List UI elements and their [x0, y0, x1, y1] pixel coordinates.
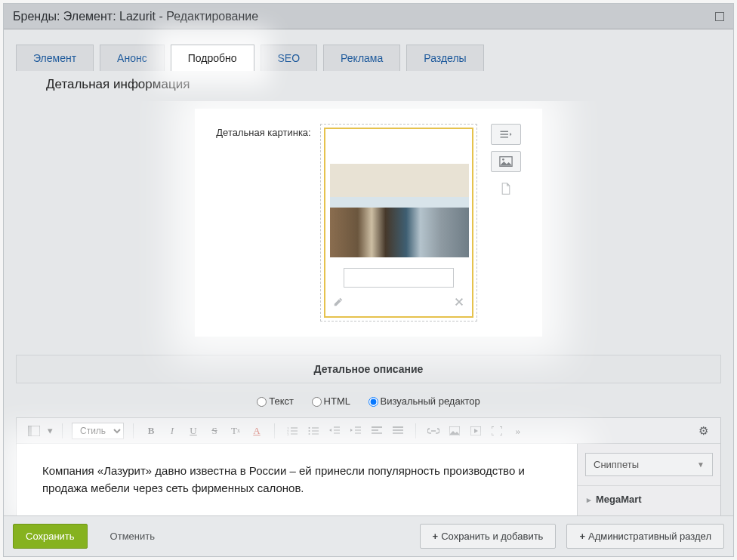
fullscreen-button[interactable]	[489, 423, 505, 439]
settings-icon[interactable]: ⚙	[695, 423, 711, 439]
close-icon[interactable]	[454, 297, 464, 310]
description-header: Детальное описание	[16, 355, 721, 383]
more-button[interactable]: »	[510, 423, 526, 439]
section-title: Детальная информация	[4, 71, 733, 101]
style-select[interactable]: Стиль	[72, 423, 124, 439]
svg-point-7	[309, 427, 310, 429]
cancel-button[interactable]: Отменить	[98, 525, 167, 548]
snippets-button[interactable]: Сниппеты ▼	[585, 453, 713, 476]
snippet-item-megamart[interactable]: MegaMart	[578, 485, 720, 512]
italic-button[interactable]: I	[164, 423, 180, 439]
image-upload-zone[interactable]	[320, 124, 477, 322]
svg-text:3: 3	[287, 432, 289, 435]
chevron-down-icon: ▼	[697, 460, 705, 469]
tab-bar: Элемент Анонс Подробно SEO Реклама Разде…	[4, 29, 733, 71]
video-button[interactable]	[467, 423, 484, 439]
svg-point-8	[309, 430, 310, 432]
editor-window: Бренды: Элемент: Lazurit - Редактировани…	[3, 3, 734, 557]
footer-bar: Сохранить Отменить +Сохранить и добавить…	[4, 515, 733, 556]
editor-toolbar: ▾ Стиль B I U S Tx A 123	[17, 418, 720, 444]
align-left-button[interactable]	[368, 423, 385, 439]
image-caption-input[interactable]	[344, 268, 454, 288]
visual-editor: ▾ Стиль B I U S Tx A 123	[16, 417, 721, 515]
underline-button[interactable]: U	[185, 423, 202, 439]
bold-button[interactable]: B	[143, 423, 159, 439]
outdent-button[interactable]	[326, 423, 343, 439]
editor-content[interactable]: Компания «Лазурит» давно известна в Росс…	[17, 444, 577, 515]
radio-visual[interactable]: Визуальный редактор	[368, 395, 480, 407]
ol-button[interactable]: 123	[284, 423, 301, 439]
tab-ads[interactable]: Реклама	[323, 45, 400, 71]
detail-image-label: Детальная картинка:	[216, 124, 310, 138]
tab-seo[interactable]: SEO	[261, 45, 318, 71]
image-picture-button[interactable]	[491, 151, 521, 172]
save-button[interactable]: Сохранить	[13, 524, 88, 549]
titlebar: Бренды: Элемент: Lazurit - Редактировани…	[4, 4, 733, 29]
window-title: Бренды: Элемент: Lazurit - Редактировани…	[13, 10, 258, 23]
layout-icon[interactable]	[26, 423, 42, 439]
detail-image-row: Детальная картинка:	[195, 109, 541, 337]
image-side-tools	[491, 124, 521, 199]
file-icon[interactable]	[491, 178, 521, 199]
indent-button[interactable]	[347, 423, 364, 439]
editor-mode-radios: Текст HTML Визуальный редактор	[16, 395, 721, 407]
radio-text[interactable]: Текст	[257, 395, 294, 407]
content-area: Детальная картинка:	[4, 101, 733, 515]
edit-icon[interactable]	[333, 297, 344, 310]
svg-rect-3	[28, 426, 32, 436]
ul-button[interactable]	[305, 423, 322, 439]
link-button[interactable]	[425, 423, 442, 439]
radio-html[interactable]: HTML	[312, 395, 350, 407]
align-justify-button[interactable]	[390, 423, 406, 439]
tab-element[interactable]: Элемент	[16, 45, 94, 71]
image-frame	[324, 128, 473, 318]
image-menu-button[interactable]	[491, 124, 521, 145]
tab-anons[interactable]: Анонс	[100, 45, 165, 71]
svg-point-9	[309, 433, 310, 435]
font-color-button[interactable]: A	[248, 423, 265, 439]
svg-point-1	[502, 158, 504, 161]
clear-format-button[interactable]: Tx	[227, 423, 244, 439]
image-button[interactable]	[446, 423, 463, 439]
admin-section-button[interactable]: +Административный раздел	[566, 524, 724, 549]
tab-sections[interactable]: Разделы	[406, 45, 483, 71]
chevron-down-icon[interactable]: ▾	[47, 423, 53, 439]
snippets-label: Сниппеты	[594, 459, 639, 470]
editor-sidebar: Сниппеты ▼ MegaMart	[577, 444, 720, 515]
image-thumbnail[interactable]	[330, 164, 469, 257]
save-and-add-button[interactable]: +Сохранить и добавить	[420, 524, 557, 549]
tab-detail[interactable]: Подробно	[171, 45, 254, 71]
strike-button[interactable]: S	[206, 423, 223, 439]
maximize-icon[interactable]	[715, 12, 724, 21]
